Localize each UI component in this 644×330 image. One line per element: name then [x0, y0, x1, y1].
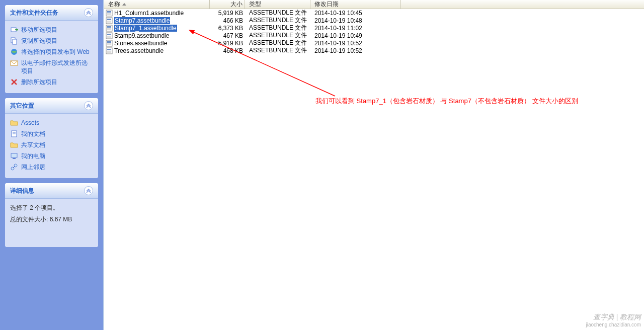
file-icon	[106, 32, 113, 39]
svg-rect-9	[13, 158, 16, 159]
column-headers: 名称 大小 类型 修改日期	[104, 0, 644, 9]
place-label: 网上邻居	[21, 163, 93, 171]
task-item[interactable]: 将选择的项目发布到 Web	[10, 48, 93, 56]
file-name: Stones.assetbundle	[114, 40, 167, 47]
file-date: 2014-10-19 11:02	[310, 25, 401, 32]
svg-rect-30	[107, 41, 111, 43]
file-icon	[106, 25, 113, 32]
collapse-icon[interactable]	[84, 8, 93, 17]
svg-rect-14	[107, 11, 111, 13]
collapse-icon[interactable]	[84, 186, 93, 195]
file-size: 468 KB	[210, 47, 245, 54]
place-label: 共享文档	[21, 141, 93, 149]
folder-icon	[10, 119, 18, 127]
file-size: 466 KB	[210, 17, 245, 24]
svg-rect-29	[106, 40, 112, 46]
collapse-icon[interactable]	[84, 101, 93, 110]
tasks-panel-body: 移动所选项目复制所选项目将选择的项目发布到 Web以电子邮件形式发送所选项目删除…	[5, 21, 98, 93]
task-label: 将选择的项目发布到 Web	[21, 48, 93, 56]
file-icon	[106, 40, 113, 47]
watermark: 查字典 | 教程网 jiaocheng.chazidian.com	[586, 313, 641, 327]
details-selected: 选择了 2 个项目。	[10, 204, 93, 212]
svg-rect-22	[107, 26, 111, 28]
file-date: 2014-10-19 10:52	[310, 47, 401, 54]
tasks-panel-title: 文件和文件夹任务	[10, 9, 58, 17]
col-date[interactable]: 修改日期	[310, 0, 401, 9]
window: 文件和文件夹任务 移动所选项目复制所选项目将选择的项目发布到 Web以电子邮件形…	[0, 0, 644, 330]
main-content: 名称 大小 类型 修改日期 H1_Column1.assetbundle5,91…	[103, 0, 644, 330]
file-row[interactable]: Stamp7_1.assetbundle6,373 KBASSETBUNDLE …	[104, 24, 644, 32]
places-panel: 其它位置 Assets我的文档共享文档我的电脑网上邻居	[5, 98, 98, 178]
file-name: H1_Column1.assetbundle	[114, 10, 184, 17]
place-item[interactable]: Assets	[10, 119, 93, 127]
network-icon	[10, 163, 18, 171]
file-size: 5,919 KB	[210, 40, 245, 47]
svg-rect-2	[13, 39, 17, 44]
file-row[interactable]: H1_Column1.assetbundle5,919 KBASSETBUNDL…	[104, 9, 644, 17]
tasks-panel: 文件和文件夹任务 移动所选项目复制所选项目将选择的项目发布到 Web以电子邮件形…	[5, 5, 98, 93]
task-item[interactable]: 以电子邮件形式发送所选项目	[10, 59, 93, 75]
col-type[interactable]: 类型	[245, 0, 310, 9]
details-totalsize: 总的文件大小: 6.67 MB	[10, 215, 93, 224]
docs-icon	[10, 130, 18, 138]
svg-rect-13	[106, 10, 112, 16]
computer-icon	[10, 152, 18, 160]
move-icon	[10, 26, 18, 34]
delete-icon	[10, 78, 18, 86]
file-name: Trees.assetbundle	[114, 47, 164, 54]
task-label: 复制所选项目	[21, 37, 93, 45]
task-label: 删除所选项目	[21, 78, 93, 86]
svg-rect-34	[107, 49, 111, 50]
svg-rect-18	[107, 19, 111, 20]
task-item[interactable]: 复制所选项目	[10, 37, 93, 45]
details-panel-body: 选择了 2 个项目。 总的文件大小: 6.67 MB	[5, 199, 98, 247]
tasks-panel-header[interactable]: 文件和文件夹任务	[5, 5, 98, 21]
place-item[interactable]: 我的文档	[10, 130, 93, 138]
svg-rect-33	[106, 48, 112, 54]
file-type: ASSETBUNDLE 文件	[245, 46, 310, 55]
file-date: 2014-10-19 10:45	[310, 10, 401, 17]
svg-rect-17	[106, 18, 112, 24]
file-icon	[106, 17, 113, 24]
places-panel-body: Assets我的文档共享文档我的电脑网上邻居	[5, 114, 98, 178]
place-item[interactable]: 共享文档	[10, 141, 93, 149]
place-label: 我的文档	[21, 130, 93, 138]
file-icon	[106, 47, 113, 54]
task-label: 以电子邮件形式发送所选项目	[21, 59, 93, 75]
task-label: 移动所选项目	[21, 26, 93, 34]
email-icon	[10, 59, 18, 67]
file-row[interactable]: Stones.assetbundle5,919 KBASSETBUNDLE 文件…	[104, 39, 644, 47]
place-item[interactable]: 我的电脑	[10, 152, 93, 160]
publish-icon	[10, 48, 18, 56]
file-row[interactable]: Stamp9.assetbundle467 KBASSETBUNDLE 文件20…	[104, 32, 644, 39]
file-size: 6,373 KB	[210, 25, 245, 32]
task-item[interactable]: 删除所选项目	[10, 78, 93, 86]
col-size[interactable]: 大小	[210, 0, 245, 9]
folder-icon	[10, 141, 18, 149]
svg-rect-21	[106, 25, 112, 31]
file-row[interactable]: Stamp7.assetbundle466 KBASSETBUNDLE 文件20…	[104, 17, 644, 24]
file-date: 2014-10-19 10:48	[310, 17, 401, 24]
file-name: Stamp7_1.assetbundle	[114, 25, 177, 32]
place-label: Assets	[21, 119, 93, 127]
details-panel: 详细信息 选择了 2 个项目。 总的文件大小: 6.67 MB	[5, 183, 98, 247]
file-size: 5,919 KB	[210, 10, 245, 17]
file-list: H1_Column1.assetbundle5,919 KBASSETBUNDL…	[104, 9, 644, 54]
sidebar: 文件和文件夹任务 移动所选项目复制所选项目将选择的项目发布到 Web以电子邮件形…	[0, 0, 103, 330]
file-icon	[106, 10, 113, 17]
svg-rect-26	[107, 34, 111, 35]
details-panel-title: 详细信息	[10, 187, 34, 195]
annotation-text: 我们可以看到 Stamp7_1（包含岩石材质） 与 Stamp7（不包含岩石材质…	[315, 97, 578, 106]
file-row[interactable]: Trees.assetbundle468 KBASSETBUNDLE 文件201…	[104, 47, 644, 54]
details-panel-header[interactable]: 详细信息	[5, 183, 98, 199]
task-item[interactable]: 移动所选项目	[10, 26, 93, 34]
file-name: Stamp9.assetbundle	[114, 32, 169, 39]
place-item[interactable]: 网上邻居	[10, 163, 93, 171]
places-panel-title: 其它位置	[10, 102, 34, 110]
svg-rect-25	[106, 33, 112, 39]
place-label: 我的电脑	[21, 152, 93, 160]
col-name[interactable]: 名称	[104, 0, 210, 9]
file-name: Stamp7.assetbundle	[114, 17, 170, 24]
sort-asc-icon	[122, 3, 126, 6]
places-panel-header[interactable]: 其它位置	[5, 98, 98, 114]
